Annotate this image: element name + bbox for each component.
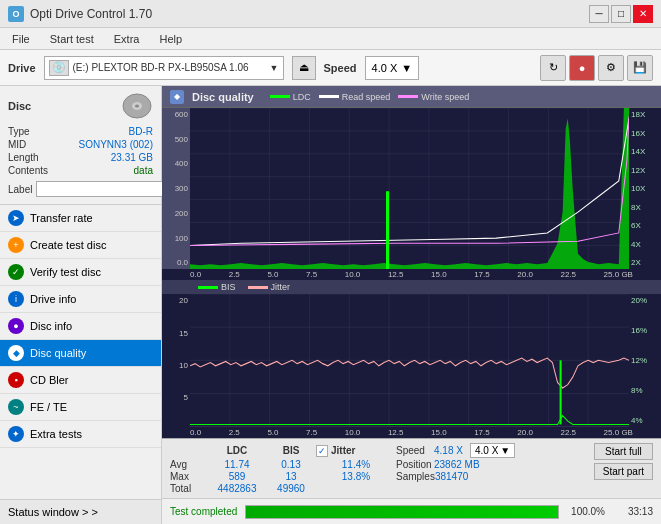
sidebar-item-label: FE / TE	[30, 401, 67, 413]
bis-col-header: BIS	[266, 445, 316, 456]
samples-value: 381470	[435, 471, 468, 482]
extra-tests-icon: ✦	[8, 426, 24, 442]
start-part-button[interactable]: Start part	[594, 463, 653, 480]
position-value: 23862 MB	[434, 459, 480, 470]
speed-label: Speed	[324, 62, 357, 74]
sidebar-item-drive-info[interactable]: i Drive info	[0, 286, 161, 313]
label-field-label: Label	[8, 184, 32, 195]
max-label: Max	[170, 471, 208, 482]
progress-bar	[245, 505, 559, 519]
status-window-button[interactable]: Status window > >	[0, 499, 161, 524]
chart2-legend: BIS Jitter	[162, 280, 661, 294]
progress-bar-fill	[246, 506, 558, 518]
jitter-col-header: Jitter	[331, 445, 355, 456]
stats-table: LDC BIS ✓ Jitter Speed 4.18 X 4.0 X	[170, 443, 586, 494]
sidebar-item-fe-te[interactable]: ~ FE / TE	[0, 394, 161, 421]
jitter-legend-color	[248, 286, 268, 289]
drive-label: Drive	[8, 62, 36, 74]
speed-col-label: Speed	[396, 445, 434, 456]
speed-selector[interactable]: 4.0 X ▼	[365, 56, 420, 80]
close-button[interactable]: ✕	[633, 5, 653, 23]
menu-file[interactable]: File	[8, 31, 34, 47]
sidebar-item-create-test-disc[interactable]: + Create test disc	[0, 232, 161, 259]
maximize-button[interactable]: □	[611, 5, 631, 23]
menu-help[interactable]: Help	[155, 31, 186, 47]
speed-value: 4.0 X	[372, 62, 398, 74]
sidebar-item-label: Disc quality	[30, 347, 86, 359]
write-speed-legend-color	[398, 95, 418, 98]
settings-button[interactable]: ⚙	[598, 55, 624, 81]
drive-selector[interactable]: 💿 (E:) PLEXTOR BD-R PX-LB950SA 1.06 ▼	[44, 56, 284, 80]
sidebar-item-disc-info[interactable]: ● Disc info	[0, 313, 161, 340]
disc-quality-title: Disc quality	[192, 91, 254, 103]
chart2-x-axis: 0.0 2.5 5.0 7.5 10.0 12.5 15.0 17.5 20.0…	[162, 427, 661, 438]
save-button[interactable]: 💾	[627, 55, 653, 81]
total-bis: 49960	[266, 483, 316, 494]
chart1-y-axis-left: 600 500 400 300 200 100 0.0	[162, 108, 190, 269]
speed-select-box[interactable]: 4.0 X ▼	[470, 443, 515, 458]
read-speed-legend-color	[319, 95, 339, 98]
max-jitter: 13.8%	[316, 471, 396, 482]
sidebar-item-cd-bler[interactable]: ▪ CD Bler	[0, 367, 161, 394]
length-value: 23.31 GB	[111, 152, 153, 163]
app-icon: O	[8, 6, 24, 22]
sidebar-item-label: Extra tests	[30, 428, 82, 440]
refresh-button[interactable]: ↻	[540, 55, 566, 81]
disc-info-icon: ●	[8, 318, 24, 334]
mid-label: MID	[8, 139, 26, 150]
drive-bar: Drive 💿 (E:) PLEXTOR BD-R PX-LB950SA 1.0…	[0, 50, 661, 86]
disc-quality-icon: ◆	[8, 345, 24, 361]
eject-button[interactable]: ⏏	[292, 56, 316, 80]
burn-button[interactable]: ●	[569, 55, 595, 81]
jitter-checkbox[interactable]: ✓	[316, 445, 328, 457]
ldc-legend-label: LDC	[293, 92, 311, 102]
ldc-col-header: LDC	[208, 445, 266, 456]
max-bis: 13	[266, 471, 316, 482]
length-label: Length	[8, 152, 39, 163]
chart1-plot	[190, 108, 629, 269]
avg-label: Avg	[170, 459, 208, 470]
chart2-y-axis-left: 20 15 10 5	[162, 294, 190, 427]
chart1-y-axis-right: 18X 16X 14X 12X 10X 8X 6X 4X 2X	[629, 108, 661, 269]
label-input[interactable]	[36, 181, 169, 197]
ldc-legend-color	[270, 95, 290, 98]
sidebar-item-label: Transfer rate	[30, 212, 93, 224]
fe-te-icon: ~	[8, 399, 24, 415]
write-speed-legend-label: Write speed	[421, 92, 469, 102]
chart1-x-axis: 0.0 2.5 5.0 7.5 10.0 12.5 15.0 17.5 20.0…	[162, 269, 661, 280]
avg-ldc: 11.74	[208, 459, 266, 470]
minimize-button[interactable]: ─	[589, 5, 609, 23]
progress-time: 33:13	[613, 506, 653, 517]
disc-panel: Disc Type BD-R MID SONYNN3 (002) Length	[0, 86, 161, 205]
start-full-button[interactable]: Start full	[594, 443, 653, 460]
transfer-rate-icon: ➤	[8, 210, 24, 226]
chart2-container: 20 15 10 5	[162, 294, 661, 438]
sidebar-item-transfer-rate[interactable]: ➤ Transfer rate	[0, 205, 161, 232]
total-label: Total	[170, 483, 208, 494]
sidebar-item-disc-quality[interactable]: ◆ Disc quality	[0, 340, 161, 367]
total-ldc: 4482863	[208, 483, 266, 494]
sidebar-item-label: CD Bler	[30, 374, 69, 386]
sidebar-item-extra-tests[interactable]: ✦ Extra tests	[0, 421, 161, 448]
contents-value: data	[134, 165, 153, 176]
progress-status: Test completed	[170, 506, 237, 517]
contents-label: Contents	[8, 165, 48, 176]
progress-percentage: 100.0%	[567, 506, 605, 517]
menu-bar: File Start test Extra Help	[0, 28, 661, 50]
dq-icon: ◆	[170, 90, 184, 104]
sidebar-item-verify-test-disc[interactable]: ✓ Verify test disc	[0, 259, 161, 286]
progress-area: Test completed 100.0% 33:13	[162, 498, 661, 524]
sidebar-item-label: Verify test disc	[30, 266, 101, 278]
position-label: Position	[396, 459, 434, 470]
avg-jitter: 11.4%	[316, 459, 396, 470]
app-title: Opti Drive Control 1.70	[30, 7, 152, 21]
chart1-container: 600 500 400 300 200 100 0.0	[162, 108, 661, 280]
mid-value: SONYNN3 (002)	[79, 139, 153, 150]
avg-bis: 0.13	[266, 459, 316, 470]
menu-extra[interactable]: Extra	[110, 31, 144, 47]
drive-info-icon: i	[8, 291, 24, 307]
bis-legend-label: BIS	[221, 282, 236, 292]
disc-quality-header: ◆ Disc quality LDC Read speed Write spee…	[162, 86, 661, 108]
chart2-y-axis-right: 20% 16% 12% 8% 4%	[629, 294, 661, 427]
menu-start-test[interactable]: Start test	[46, 31, 98, 47]
